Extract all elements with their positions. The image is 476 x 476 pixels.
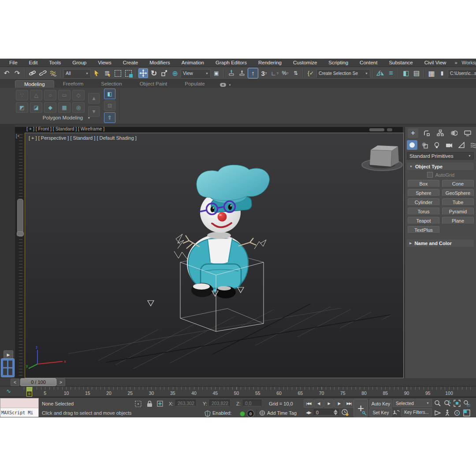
viewport-layout-expand-button[interactable]: ▶ [4,350,13,359]
align-icon[interactable]: ≡ [386,68,396,78]
select-and-rotate-button[interactable]: ↻ [149,68,159,78]
ribbon-tab[interactable]: Modeling [15,80,54,88]
menu-item[interactable]: Content [354,60,383,65]
rectangular-selection-region-icon[interactable] [113,68,123,78]
selection-filter-dropdown[interactable]: All ▼ [63,69,91,78]
primitive-button[interactable]: Sphere [408,189,439,197]
adaptive-degradation-icon[interactable] [204,409,212,417]
ribbon-tab[interactable]: Populate [176,80,213,88]
open-schematic-view-icon[interactable]: ▦ [427,68,436,78]
frame-spinner[interactable] [334,409,338,415]
playback-button[interactable]: ▶ [324,399,334,408]
time-configuration-icon[interactable] [341,409,349,416]
project-folder-dropdown[interactable]: C:\Users\c...s Max 2022 ▼ [448,69,476,78]
x-coordinate-field[interactable]: 263,302 [175,400,196,406]
orbit-icon[interactable] [453,409,461,417]
edit-named-selection-sets-icon[interactable]: {✓ [306,68,316,78]
select-and-place-button[interactable]: ⊕ [170,68,180,78]
tab-create[interactable]: + [408,128,418,138]
time-slider[interactable]: 0 / 100 [20,378,56,386]
percent-snap-toggle-icon[interactable]: %? [280,68,290,78]
primitive-button[interactable]: Cone [442,180,474,187]
preview-selection-button[interactable]: ◆ [44,102,56,113]
primitive-button[interactable]: Tube [442,198,474,206]
reference-coordinate-dropdown[interactable]: View ▼ [181,69,211,78]
toggle-command-panel-button[interactable]: ◧ [104,89,115,99]
primitive-button[interactable]: Box [408,180,439,187]
menu-item[interactable]: File [4,60,23,65]
splitter-handle[interactable] [369,128,384,131]
tab-hierarchy[interactable] [435,128,446,138]
category-shapes[interactable] [419,140,430,150]
select-and-manipulate-icon[interactable] [227,68,236,78]
vertical-splitter-handle[interactable] [17,199,23,234]
playback-button[interactable]: |◀◀ [304,399,313,408]
menu-item[interactable]: Views [92,60,117,65]
preview-selection-button[interactable]: ◩ [16,102,28,113]
key-step-icon[interactable]: ◀▶ [306,410,311,415]
material-editor-icon[interactable]: ▮ [437,68,447,78]
category-lights[interactable] [431,140,442,150]
set-key-button[interactable]: Set Key [369,408,392,416]
snap-toggle-3d-icon[interactable]: 3? [259,68,269,78]
subobject-mode-button[interactable]: ▭ [58,90,71,100]
selection-set-dropdown[interactable]: Selected ▼ [393,399,432,407]
mirror-icon[interactable] [376,68,385,78]
menu-item[interactable]: Rendering [253,60,287,65]
default-in-out-tangents-icon[interactable] [392,409,400,416]
ribbon-group-footer[interactable]: Polygon Modeling ▼ [16,115,117,120]
subobject-mode-button[interactable]: ◇ [72,90,85,100]
field-of-view-icon[interactable] [434,409,442,417]
menu-item[interactable]: Substance [383,60,418,65]
subobject-mode-button[interactable]: ∵ [16,90,28,100]
pin-stack-button[interactable]: ▲ [88,93,100,104]
unlink-selection-icon[interactable] [38,68,48,78]
collapsed-viewport-label[interactable]: [ + ] [ Front ] [ Standard ] [ Wireframe… [26,127,104,131]
category-helpers[interactable] [456,140,467,150]
menu-item[interactable]: Modifiers [144,60,176,65]
time-tag-sphere-icon[interactable] [258,409,266,417]
playback-button[interactable]: |▶ [334,399,344,408]
create-key-button[interactable]: + [353,399,368,417]
primitive-button[interactable]: Torus [408,208,439,215]
ribbon-tab[interactable]: Object Paint [131,80,176,88]
menu-overflow-chevron[interactable]: » [452,60,460,65]
playback-button[interactable]: ◀| [314,399,324,408]
mute-badge[interactable]: 0 [247,410,254,417]
category-geometry[interactable] [407,140,417,150]
primitive-button[interactable]: Pyramid [442,208,474,215]
add-time-tag[interactable]: Add Time Tag [267,410,297,416]
ribbon-tab[interactable]: Freeform [54,80,93,88]
selection-region-icon[interactable] [134,400,142,408]
object-type-rollout-header[interactable]: ▼ Object Type [407,163,474,170]
tab-modify[interactable] [421,128,432,138]
maxscript-line[interactable]: MAXScript Mi [0,408,38,417]
track-bar[interactable]: ∿ 51015202530354045505560657075808590951… [0,386,476,397]
menu-item[interactable]: Tools [43,60,67,65]
splitter-handle[interactable] [387,128,392,131]
tab-display[interactable] [462,128,473,138]
vertical-splitter-knob[interactable] [17,231,24,236]
select-and-scale-button[interactable] [160,68,169,78]
zoom-region-icon[interactable] [463,399,471,407]
named-selection-sets-dropdown[interactable]: Create Selection Se ▼ [316,69,370,78]
walk-through-icon[interactable] [443,409,451,417]
autogrid-checkbox[interactable] [427,172,433,178]
bind-to-space-warp-icon[interactable] [48,68,58,78]
preview-selection-button[interactable]: ◪ [30,102,42,113]
playback-button[interactable]: ▶▶| [344,399,354,408]
toggle-pin-button[interactable]: ⊟ [104,100,115,111]
keyboard-override-toggle[interactable]: ↑ [248,68,258,78]
maxscript-mini-listener[interactable]: MAXScript Mi [0,398,39,417]
subobject-mode-button[interactable]: ○ [44,90,56,100]
key-filters-button[interactable]: Key Filters... [401,408,432,416]
name-and-color-rollout-header[interactable]: ▶ Name and Color [407,239,474,247]
window-crossing-toggle-icon[interactable] [123,68,133,78]
enabled-green-light[interactable] [240,411,245,416]
primitive-button[interactable]: GeoSphere [442,189,474,197]
menu-item[interactable]: Graph Editors [210,60,253,65]
z-coordinate-field[interactable]: 0,0 [243,400,261,406]
category-dropdown[interactable]: Standard Primitives ▼ [407,152,474,160]
select-and-link-icon[interactable] [27,68,37,78]
menu-item[interactable]: Create [117,60,144,65]
